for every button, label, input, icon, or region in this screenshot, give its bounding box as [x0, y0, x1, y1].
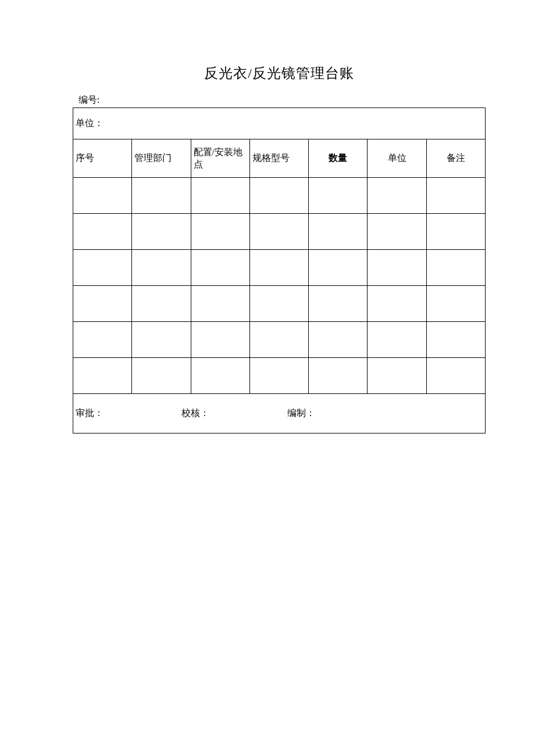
- cell-loc: [191, 178, 249, 214]
- cell-seq: [73, 286, 132, 322]
- cell-unit: [368, 322, 426, 358]
- header-seq: 序号: [73, 139, 132, 178]
- cell-loc: [191, 286, 249, 322]
- check-label: 校核：: [181, 407, 209, 420]
- cell-spec: [249, 358, 308, 394]
- header-remark: 备注: [426, 139, 485, 178]
- cell-dept: [132, 358, 191, 394]
- cell-spec: [249, 178, 308, 214]
- approve-label: 审批：: [76, 407, 104, 420]
- cell-remark: [426, 322, 485, 358]
- cell-loc: [191, 250, 249, 286]
- table-header-row: 序号 管理部门 配置/安装地点 规格型号 数量 单位 备注: [73, 139, 486, 178]
- cell-unit: [368, 286, 426, 322]
- serial-number-label: 编号:: [79, 94, 486, 106]
- table-row: [73, 214, 486, 250]
- header-unit: 单位: [368, 139, 426, 178]
- table-row: [73, 250, 486, 286]
- cell-seq: [73, 358, 132, 394]
- cell-dept: [132, 250, 191, 286]
- header-loc: 配置/安装地点: [191, 139, 249, 178]
- cell-spec: [249, 214, 308, 250]
- table-row: [73, 358, 486, 394]
- cell-spec: [249, 322, 308, 358]
- cell-spec: [249, 286, 308, 322]
- cell-unit: [368, 358, 426, 394]
- page-title: 反光衣/反光镜管理台账: [73, 64, 486, 83]
- cell-dept: [132, 178, 191, 214]
- cell-loc: [191, 214, 249, 250]
- cell-loc: [191, 358, 249, 394]
- table-row: [73, 286, 486, 322]
- unit-cell: 单位：: [73, 108, 486, 139]
- cell-qty: [309, 214, 368, 250]
- cell-remark: [426, 178, 485, 214]
- compile-label: 编制：: [287, 407, 315, 420]
- header-dept: 管理部门: [132, 139, 191, 178]
- cell-unit: [368, 250, 426, 286]
- cell-seq: [73, 178, 132, 214]
- cell-seq: [73, 214, 132, 250]
- cell-qty: [309, 178, 368, 214]
- cell-remark: [426, 250, 485, 286]
- cell-qty: [309, 322, 368, 358]
- cell-seq: [73, 250, 132, 286]
- cell-seq: [73, 322, 132, 358]
- cell-dept: [132, 322, 191, 358]
- cell-dept: [132, 286, 191, 322]
- cell-unit: [368, 178, 426, 214]
- document-page: 反光衣/反光镜管理台账 编号: 单位： 序号 管理部门 配置/安装地点 规格型号…: [0, 0, 535, 433]
- cell-qty: [309, 286, 368, 322]
- table-row: [73, 178, 486, 214]
- cell-loc: [191, 322, 249, 358]
- unit-row: 单位：: [73, 108, 486, 139]
- footer-row: 审批： 校核： 编制：: [73, 394, 486, 433]
- footer-cell: 审批： 校核： 编制：: [73, 394, 486, 433]
- cell-spec: [249, 250, 308, 286]
- header-spec: 规格型号: [249, 139, 308, 178]
- header-qty: 数量: [309, 139, 368, 178]
- ledger-table: 单位： 序号 管理部门 配置/安装地点 规格型号 数量 单位 备注: [73, 108, 486, 433]
- cell-remark: [426, 214, 485, 250]
- cell-unit: [368, 214, 426, 250]
- table-row: [73, 322, 486, 358]
- cell-qty: [309, 358, 368, 394]
- cell-dept: [132, 214, 191, 250]
- cell-qty: [309, 250, 368, 286]
- cell-remark: [426, 358, 485, 394]
- cell-remark: [426, 286, 485, 322]
